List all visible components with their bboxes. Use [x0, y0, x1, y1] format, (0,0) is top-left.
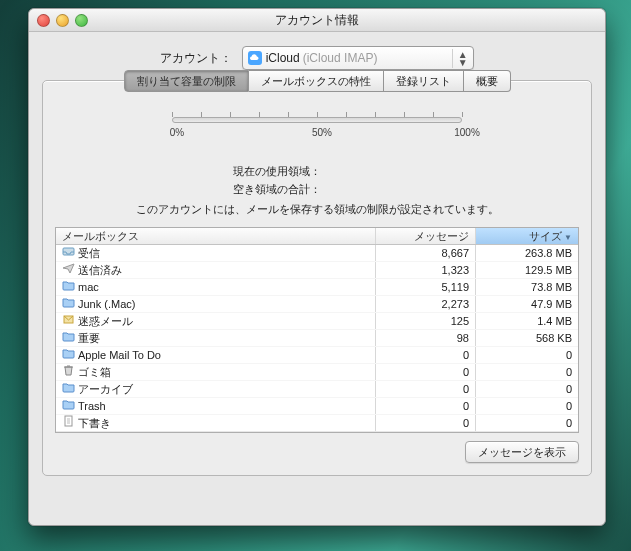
cell-name: mac — [56, 279, 376, 295]
quota-message: このアカウントには、メールを保存する領域の制限が設定されています。 — [43, 202, 591, 217]
cell-size: 0 — [476, 381, 578, 397]
cell-messages: 125 — [376, 313, 476, 329]
cell-name: 重要 — [56, 330, 376, 346]
sent-icon — [62, 262, 75, 278]
account-name: iCloud — [266, 51, 300, 65]
used-space-label: 現在の使用領域： — [233, 162, 321, 180]
table-row[interactable]: ゴミ箱00 — [56, 364, 578, 381]
folder-icon — [62, 296, 75, 312]
table-row[interactable]: 下書き00 — [56, 415, 578, 432]
mailbox-name: 受信 — [78, 245, 100, 261]
cell-size: 129.5 MB — [476, 262, 578, 278]
table-row[interactable]: Junk (.Mac)2,27347.9 MB — [56, 296, 578, 313]
titlebar[interactable]: アカウント情報 — [29, 9, 605, 32]
slider-tick — [404, 112, 405, 117]
table-header: メールボックス メッセージ サイズ▼ — [56, 228, 578, 245]
cell-messages: 5,119 — [376, 279, 476, 295]
cell-name: Trash — [56, 398, 376, 414]
mailbox-name: mac — [78, 279, 99, 295]
zoom-icon[interactable] — [75, 14, 88, 27]
cell-messages: 0 — [376, 347, 476, 363]
column-mailbox[interactable]: メールボックス — [56, 228, 376, 244]
tab-bar: 割り当て容量の制限メールボックスの特性登録リスト概要 — [43, 70, 591, 92]
mailbox-name: 下書き — [78, 415, 111, 431]
cell-size: 73.8 MB — [476, 279, 578, 295]
account-popup[interactable]: iCloud (iCloud IMAP) ▲▼ — [242, 46, 474, 70]
inbox-icon — [62, 245, 75, 261]
minimize-icon[interactable] — [56, 14, 69, 27]
slider-tick — [346, 112, 347, 117]
table-row[interactable]: 受信8,667263.8 MB — [56, 245, 578, 262]
drafts-icon — [62, 415, 75, 431]
folder-icon — [62, 398, 75, 414]
main-panel: 割り当て容量の制限メールボックスの特性登録リスト概要 現在の使用領域： 空き領域… — [42, 80, 592, 476]
tab-1[interactable]: メールボックスの特性 — [249, 70, 384, 92]
account-label: アカウント： — [160, 50, 232, 67]
slider-tick — [230, 112, 231, 117]
cloud-icon — [247, 50, 263, 66]
popup-arrows-icon: ▲▼ — [452, 49, 473, 68]
cell-name: 受信 — [56, 245, 376, 261]
slider-tick — [201, 112, 202, 117]
cell-size: 0 — [476, 364, 578, 380]
slider-tick — [462, 112, 463, 117]
account-info-window: アカウント情報 アカウント： iCloud (iCloud IMAP) ▲▼ 割… — [28, 8, 606, 526]
table-row[interactable]: Apple Mail To Do00 — [56, 347, 578, 364]
slider-rail — [172, 117, 462, 123]
close-icon[interactable] — [37, 14, 50, 27]
junk-icon — [62, 313, 75, 329]
cell-messages: 98 — [376, 330, 476, 346]
cell-name: アーカイブ — [56, 381, 376, 397]
slider-tick — [259, 112, 260, 117]
table-row[interactable]: 重要98568 KB — [56, 330, 578, 347]
column-messages[interactable]: メッセージ — [376, 228, 476, 244]
show-messages-button[interactable]: メッセージを表示 — [465, 441, 579, 463]
sort-desc-icon: ▼ — [564, 233, 572, 242]
cell-messages: 0 — [376, 415, 476, 431]
cell-size: 568 KB — [476, 330, 578, 346]
table-row[interactable]: mac5,11973.8 MB — [56, 279, 578, 296]
mailbox-name: Trash — [78, 398, 106, 414]
slider-tick — [433, 112, 434, 117]
cell-name: ゴミ箱 — [56, 364, 376, 380]
cell-name: 下書き — [56, 415, 376, 431]
folder-icon — [62, 279, 75, 295]
slider-tick — [172, 112, 173, 117]
cell-name: 迷惑メール — [56, 313, 376, 329]
table-row[interactable]: 迷惑メール1251.4 MB — [56, 313, 578, 330]
tab-2[interactable]: 登録リスト — [384, 70, 464, 92]
table-row[interactable]: 送信済み1,323129.5 MB — [56, 262, 578, 279]
tab-0[interactable]: 割り当て容量の制限 — [124, 70, 249, 92]
mailbox-name: Junk (.Mac) — [78, 296, 135, 312]
quota-slider[interactable] — [172, 108, 462, 142]
table-row[interactable]: アーカイブ00 — [56, 381, 578, 398]
traffic-lights — [37, 14, 88, 27]
account-detail: (iCloud IMAP) — [303, 51, 378, 65]
free-space-label: 空き領域の合計： — [233, 180, 321, 198]
trash-icon — [62, 364, 75, 380]
cell-size: 0 — [476, 415, 578, 431]
slider-tick — [317, 112, 318, 117]
cell-messages: 8,667 — [376, 245, 476, 261]
cell-name: Apple Mail To Do — [56, 347, 376, 363]
cell-messages: 0 — [376, 398, 476, 414]
cell-size: 0 — [476, 398, 578, 414]
cell-size: 263.8 MB — [476, 245, 578, 261]
mailbox-name: 迷惑メール — [78, 313, 133, 329]
mailbox-name: アーカイブ — [78, 381, 133, 397]
mailbox-table: メールボックス メッセージ サイズ▼ 受信8,667263.8 MB送信済み1,… — [55, 227, 579, 433]
cell-messages: 1,323 — [376, 262, 476, 278]
cell-messages: 2,273 — [376, 296, 476, 312]
folder-icon — [62, 381, 75, 397]
window-title: アカウント情報 — [275, 13, 359, 27]
folder-icon — [62, 330, 75, 346]
cell-size: 47.9 MB — [476, 296, 578, 312]
cell-size: 0 — [476, 347, 578, 363]
slider-tick — [288, 112, 289, 117]
cell-name: 送信済み — [56, 262, 376, 278]
mailbox-name: 送信済み — [78, 262, 122, 278]
tab-3[interactable]: 概要 — [464, 70, 511, 92]
table-row[interactable]: Trash00 — [56, 398, 578, 415]
column-size[interactable]: サイズ▼ — [476, 228, 578, 244]
folder-icon — [62, 347, 75, 363]
